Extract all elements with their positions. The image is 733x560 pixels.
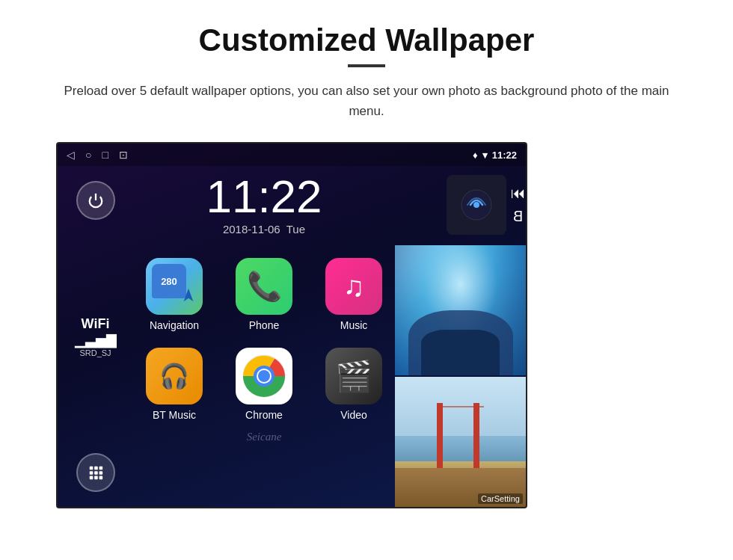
svg-rect-1 xyxy=(89,467,93,470)
video-icon: 🎬 xyxy=(325,348,382,404)
status-bar-left: ◁ ○ □ ⊡ xyxy=(67,149,128,161)
next-track-icon[interactable]: B xyxy=(513,208,523,225)
status-time: 11:22 xyxy=(492,150,517,161)
page-description: Preload over 5 default wallpaper options… xyxy=(60,81,673,121)
thumbnail-ice[interactable] xyxy=(395,245,526,375)
media-widget-icon xyxy=(447,175,506,235)
phone-label: Phone xyxy=(249,319,279,331)
center-area: 11:22 2018-11-06 Tue 280 xyxy=(133,166,395,507)
prev-track-icon[interactable]: ⏮ xyxy=(511,185,526,202)
navigation-icon: 280 xyxy=(146,258,203,315)
svg-rect-7 xyxy=(89,476,93,480)
home-icon[interactable]: ○ xyxy=(85,149,91,161)
left-sidebar: WiFi ▁▃▅▇ SRD_SJ xyxy=(58,166,133,507)
music-icon: ♫ xyxy=(325,258,382,315)
page-title: Customized Wallpaper xyxy=(199,22,535,58)
wifi-bars-icon: ▁▃▅▇ xyxy=(75,332,117,348)
nav-arrow-icon xyxy=(180,286,197,309)
status-bar-right: ♦ ▾ 11:22 xyxy=(473,150,517,161)
status-bar: ◁ ○ □ ⊡ ♦ ▾ 11:22 xyxy=(58,144,526,166)
app-item-video[interactable]: 🎬 Video xyxy=(313,339,395,421)
phone-icon: 📞 xyxy=(236,258,292,315)
clock-time: 11:22 xyxy=(206,173,322,220)
apps-grid: 280 Navigation 📞 Phone xyxy=(133,249,395,421)
wifi-block: WiFi ▁▃▅▇ SRD_SJ xyxy=(75,316,117,357)
chrome-label: Chrome xyxy=(245,409,283,421)
bt-music-icon: 🎧 xyxy=(146,348,203,404)
wifi-label: WiFi xyxy=(75,316,117,332)
app-item-music[interactable]: ♫ Music xyxy=(313,249,395,331)
apps-grid-button[interactable] xyxy=(76,453,115,492)
screenshot-icon[interactable]: ⊡ xyxy=(119,149,128,161)
svg-rect-4 xyxy=(89,472,93,476)
back-icon[interactable]: ◁ xyxy=(67,149,75,161)
wifi-status-icon: ▾ xyxy=(482,150,488,161)
svg-rect-6 xyxy=(99,472,102,476)
watermark: Seicane xyxy=(247,431,282,443)
svg-rect-5 xyxy=(94,472,98,476)
chrome-icon xyxy=(236,348,292,404)
clock-section: 11:22 2018-11-06 Tue xyxy=(206,173,322,236)
location-icon: ♦ xyxy=(473,150,478,161)
svg-rect-3 xyxy=(99,467,102,470)
car-setting-label: CarSetting xyxy=(478,493,523,504)
svg-rect-2 xyxy=(94,467,98,470)
svg-point-13 xyxy=(258,370,270,382)
app-item-bt-music[interactable]: 🎧 BT Music xyxy=(133,339,215,421)
navigation-label: Navigation xyxy=(150,319,199,331)
thumbnail-bridge[interactable]: CarSetting xyxy=(395,377,526,507)
recents-icon[interactable]: □ xyxy=(102,149,108,161)
music-label: Music xyxy=(340,319,368,331)
power-button[interactable] xyxy=(76,181,115,220)
app-item-navigation[interactable]: 280 Navigation xyxy=(133,249,215,331)
wifi-ssid: SRD_SJ xyxy=(75,348,117,357)
right-thumbnails: ⏮ B xyxy=(395,166,526,507)
screen-content: WiFi ▁▃▅▇ SRD_SJ xyxy=(58,166,526,507)
app-item-chrome[interactable]: Chrome xyxy=(223,339,305,421)
svg-point-15 xyxy=(473,202,479,208)
svg-rect-8 xyxy=(94,476,98,480)
app-item-phone[interactable]: 📞 Phone xyxy=(223,249,305,331)
title-divider xyxy=(348,64,385,67)
svg-rect-9 xyxy=(99,476,102,480)
clock-date: 2018-11-06 Tue xyxy=(206,223,322,236)
video-label: Video xyxy=(340,409,367,421)
media-widget: ⏮ B xyxy=(395,166,526,244)
android-screen-wrapper: ◁ ○ □ ⊡ ♦ ▾ 11:22 xyxy=(56,142,677,508)
bt-music-label: BT Music xyxy=(153,409,196,421)
media-controls: ⏮ B xyxy=(511,185,526,225)
android-screen: ◁ ○ □ ⊡ ♦ ▾ 11:22 xyxy=(56,142,527,508)
